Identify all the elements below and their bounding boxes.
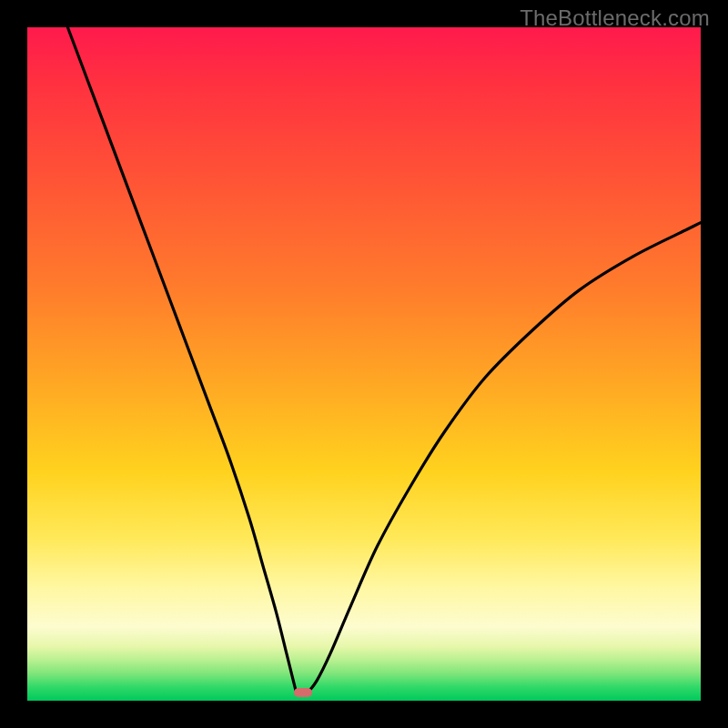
plot-area (27, 27, 701, 701)
chart-frame: TheBottleneck.com (0, 0, 728, 728)
bottleneck-marker (294, 688, 312, 697)
bottleneck-curve (27, 27, 701, 701)
watermark-text: TheBottleneck.com (520, 5, 710, 31)
